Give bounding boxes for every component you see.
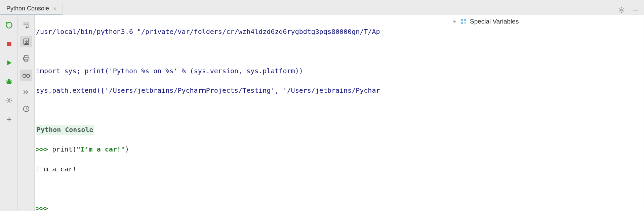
svg-rect-29 (464, 22, 466, 24)
prompt: >>> (36, 145, 52, 153)
tab-python-console[interactable]: Python Console × (0, 3, 63, 15)
svg-rect-26 (461, 19, 463, 21)
hide-button[interactable] (631, 5, 640, 15)
svg-rect-20 (23, 57, 29, 60)
console-settings-button[interactable] (3, 95, 15, 106)
plus-icon (6, 116, 12, 123)
tab-label: Python Console (6, 5, 49, 12)
show-command-queue-button[interactable] (20, 86, 32, 98)
history-icon (23, 105, 30, 113)
svg-rect-27 (464, 19, 466, 21)
svg-rect-2 (7, 42, 11, 46)
soft-wrap-icon (22, 21, 30, 29)
console-line: import sys; print('Python %s on %s' % (s… (35, 66, 449, 76)
console-output-line: I'm a car! (35, 164, 449, 174)
variables-panel: Special Variables (449, 15, 644, 211)
console-input-line: >>> print("I'm a car!") (35, 144, 449, 154)
svg-line-6 (6, 81, 7, 81)
svg-point-5 (8, 79, 10, 81)
stop-icon (6, 41, 12, 47)
svg-line-11 (10, 83, 11, 84)
bug-icon (5, 78, 13, 85)
run-actions-column (0, 15, 18, 211)
gear-icon (6, 97, 12, 104)
svg-line-7 (10, 81, 12, 81)
history-button[interactable] (20, 103, 32, 115)
rerun-icon (5, 21, 13, 29)
console-line: sys.path.extend(['/Users/jetbrains/Pycha… (35, 86, 449, 95)
svg-line-10 (6, 83, 8, 84)
soft-wrap-button[interactable] (20, 19, 32, 31)
console-banner: Python Console (35, 125, 449, 135)
console-line: /usr/local/bin/python3.6 "/private/var/f… (35, 27, 449, 37)
console-banner-text: Python Console (36, 125, 94, 135)
console-text: /usr/local/bin/python3.6 "/private/var/f… (35, 15, 449, 211)
double-chevron-icon (22, 89, 30, 95)
prompt: >>> (36, 204, 52, 211)
variables-group-icon (460, 18, 467, 25)
svg-marker-3 (7, 60, 11, 66)
stmt-string: "I'm a car!" (76, 145, 125, 153)
stmt-part: ) (125, 145, 129, 153)
titlebar-actions (613, 5, 644, 15)
show-variables-button[interactable] (20, 70, 32, 81)
console-blank (35, 184, 449, 194)
scroll-end-icon (22, 38, 30, 45)
console-blank (35, 106, 449, 115)
console-tools-column (18, 15, 35, 211)
svg-point-12 (8, 99, 10, 101)
stop-button[interactable] (3, 39, 15, 49)
print-button[interactable] (20, 53, 32, 64)
play-icon (5, 59, 13, 67)
svg-point-22 (23, 74, 26, 77)
svg-rect-28 (461, 22, 463, 24)
printer-icon (22, 55, 30, 62)
close-tab-icon[interactable]: × (52, 6, 57, 12)
variables-special-row[interactable]: Special Variables (452, 18, 640, 25)
toolwindow-body: /usr/local/bin/python3.6 "/private/var/f… (0, 15, 644, 211)
python-console-toolwindow: Python Console × (0, 0, 644, 211)
console-prompt-line[interactable]: >>> (35, 204, 449, 211)
rerun-button[interactable] (3, 20, 15, 31)
toolwindow-titlebar: Python Console × (0, 0, 644, 15)
settings-button[interactable] (617, 5, 626, 15)
variables-header-label: Special Variables (470, 18, 519, 25)
svg-point-0 (620, 9, 622, 11)
new-console-button[interactable] (3, 114, 15, 125)
scroll-to-end-button[interactable] (20, 36, 32, 47)
glasses-icon (22, 72, 31, 79)
svg-point-23 (26, 74, 29, 77)
console-blank (35, 47, 449, 56)
minimize-icon (632, 7, 639, 13)
console-output[interactable]: /usr/local/bin/python3.6 "/private/var/f… (35, 15, 449, 211)
gear-icon (618, 7, 625, 13)
stmt-part: print( (52, 145, 76, 153)
svg-marker-25 (454, 20, 456, 23)
debug-button[interactable] (3, 76, 15, 87)
expand-triangle-icon[interactable] (452, 19, 457, 24)
run-button[interactable] (3, 57, 15, 68)
